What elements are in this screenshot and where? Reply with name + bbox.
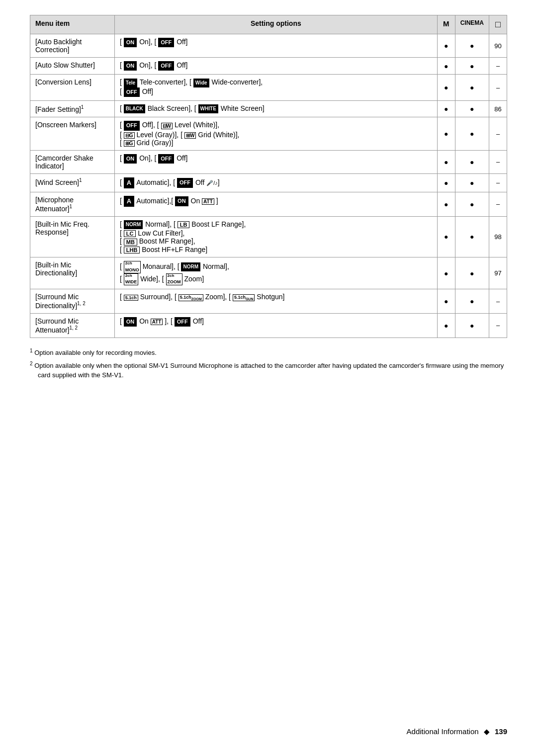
cinema-cell: ● [455, 314, 489, 338]
table-row: [Auto Slow Shutter][ ON On], [ OFF Off]●… [30, 58, 507, 75]
setting-options-cell: [ A Automatic],[ ON On ATT ] [115, 192, 438, 216]
menu-item-cell: [Auto Slow Shutter] [30, 58, 115, 75]
m-cell: ● [437, 257, 455, 289]
setting-options-cell: [ NORM Normal], [ LB Boost LF Range],[ L… [115, 216, 438, 257]
m-cell: ● [437, 75, 455, 101]
footnotes-section: 1 Option available only for recording mo… [30, 347, 507, 380]
m-cell: ● [437, 150, 455, 173]
m-cell: ● [437, 216, 455, 257]
menu-item-cell: [Conversion Lens] [30, 75, 115, 101]
page-cell: – [489, 117, 507, 150]
setting-options-cell: [ OFF Off], [ ⊟W Level (White)],[ ⊟G Lev… [115, 117, 438, 150]
cinema-cell: ● [455, 117, 489, 150]
col-cinema-header: CINEMA [455, 15, 489, 34]
table-row: [Built-in Mic Directionality][ 2chMONO M… [30, 257, 507, 289]
page-cell: – [489, 75, 507, 101]
m-cell: ● [437, 192, 455, 216]
setting-options-cell: [ BLACK Black Screen], [ WHITE White Scr… [115, 101, 438, 117]
setting-options-cell: [ 5.1ch Surround], [ 5.1chZOOM Zoom], [ … [115, 289, 438, 314]
menu-item-cell: [Fader Setting]1 [30, 101, 115, 117]
menu-item-cell: [Surround Mic Attenuator]1, 2 [30, 314, 115, 338]
setting-options-cell: [ ON On], [ OFF Off] [115, 34, 438, 58]
cinema-cell: ● [455, 34, 489, 58]
col-m-header: M [437, 15, 455, 34]
table-row: [Surround Mic Directionality]1, 2[ 5.1ch… [30, 289, 507, 314]
setting-options-cell: [ A Automatic], [ OFF Off 🎤/♪] [115, 173, 438, 192]
cinema-cell: ● [455, 75, 489, 101]
page-cell: – [489, 58, 507, 75]
cinema-cell: ● [455, 192, 489, 216]
footnote-2: 2 Option available only when the optiona… [30, 360, 507, 380]
menu-item-cell: [Built-in Mic Directionality] [30, 257, 115, 289]
menu-item-cell: [Built-in Mic Freq. Response] [30, 216, 115, 257]
col-book-header: □ [489, 15, 507, 34]
m-cell: ● [437, 314, 455, 338]
page-cell: 98 [489, 216, 507, 257]
setting-options-cell: [ ON On ATT ], [ OFF Off] [115, 314, 438, 338]
table-row: [Conversion Lens][ Tele Tele-converter],… [30, 75, 507, 101]
page-cell: – [489, 150, 507, 173]
table-row: [Auto Backlight Correction][ ON On], [ O… [30, 34, 507, 58]
table-row: [Wind Screen]1[ A Automatic], [ OFF Off … [30, 173, 507, 192]
cinema-cell: ● [455, 150, 489, 173]
table-row: [Fader Setting]1[ BLACK Black Screen], [… [30, 101, 507, 117]
setting-options-cell: [ Tele Tele-converter], [ Wide Wide-conv… [115, 75, 438, 101]
cinema-cell: ● [455, 101, 489, 117]
menu-item-cell: [Auto Backlight Correction] [30, 34, 115, 58]
table-row: [Onscreen Markers][ OFF Off], [ ⊟W Level… [30, 117, 507, 150]
m-cell: ● [437, 289, 455, 314]
m-cell: ● [437, 58, 455, 75]
page-cell: – [489, 314, 507, 338]
page-cell: 97 [489, 257, 507, 289]
menu-item-cell: [Surround Mic Directionality]1, 2 [30, 289, 115, 314]
menu-item-cell: [Camcorder Shake Indicator] [30, 150, 115, 173]
col-setting-options-header: Setting options [115, 15, 438, 34]
page-cell: – [489, 289, 507, 314]
menu-item-cell: [Wind Screen]1 [30, 173, 115, 192]
table-row: [Built-in Mic Freq. Response][ NORM Norm… [30, 216, 507, 257]
page-cell: 86 [489, 101, 507, 117]
m-cell: ● [437, 173, 455, 192]
table-row: [Microphone Attenuator]1[ A Automatic],[… [30, 192, 507, 216]
m-cell: ● [437, 101, 455, 117]
table-row: [Surround Mic Attenuator]1, 2[ ON On ATT… [30, 314, 507, 338]
setting-options-cell: [ ON On], [ OFF Off] [115, 150, 438, 173]
footer-page: 139 [495, 727, 507, 736]
menu-item-cell: [Onscreen Markers] [30, 117, 115, 150]
m-cell: ● [437, 34, 455, 58]
menu-item-cell: [Microphone Attenuator]1 [30, 192, 115, 216]
cinema-cell: ● [455, 173, 489, 192]
cinema-cell: ● [455, 58, 489, 75]
footnote-1: 1 Option available only for recording mo… [30, 347, 507, 358]
cinema-cell: ● [455, 216, 489, 257]
book-icon: □ [495, 19, 501, 30]
footer-text: Additional Information [407, 727, 479, 736]
footer-diamond: ◆ [484, 727, 490, 736]
setting-options-cell: [ 2chMONO Monaural], [ NORM Normal],[ 2c… [115, 257, 438, 289]
page-footer: Additional Information ◆ 139 [407, 727, 507, 736]
table-row: [Camcorder Shake Indicator][ ON On], [ O… [30, 150, 507, 173]
page-cell: – [489, 173, 507, 192]
cinema-cell: ● [455, 289, 489, 314]
col-menu-item-header: Menu item [30, 15, 115, 34]
cinema-cell: ● [455, 257, 489, 289]
page-cell: – [489, 192, 507, 216]
page-cell: 90 [489, 34, 507, 58]
setting-options-cell: [ ON On], [ OFF Off] [115, 58, 438, 75]
m-cell: ● [437, 117, 455, 150]
settings-table: Menu item Setting options M CINEMA □ [Au… [30, 15, 507, 338]
